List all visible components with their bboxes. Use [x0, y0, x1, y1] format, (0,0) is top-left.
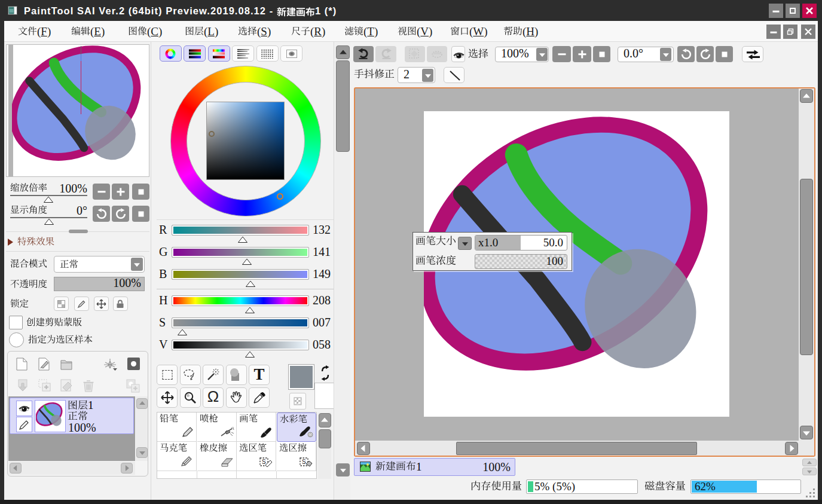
svg-text:S: S [302, 459, 306, 465]
svg-text:S: S [262, 459, 266, 465]
